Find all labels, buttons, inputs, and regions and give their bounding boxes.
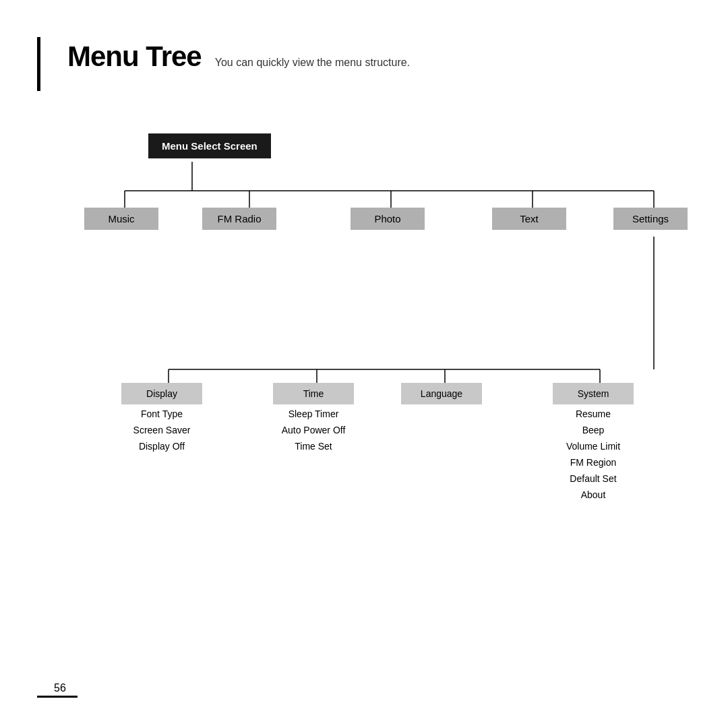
- page: Menu Tree You can quickly view the menu …: [0, 0, 728, 728]
- display-subitems: Font Type Screen Saver Display Off: [128, 406, 196, 454]
- level1-fmradio: FM Radio: [202, 208, 276, 230]
- root-label: Menu Select Screen: [148, 133, 271, 158]
- page-number-line: [37, 696, 78, 698]
- connector-lines: [67, 113, 701, 626]
- level2-language: Language: [401, 383, 482, 404]
- level2-display: Display Font Type Screen Saver Display O…: [121, 383, 202, 454]
- level2-time: Time Sleep Timer Auto Power Off Time Set: [273, 383, 354, 454]
- page-header: Menu Tree You can quickly view the menu …: [67, 40, 674, 73]
- page-subtitle: You can quickly view the menu structure.: [215, 57, 410, 69]
- level1-text: Text: [492, 208, 566, 230]
- page-title: Menu Tree: [67, 40, 202, 73]
- time-subitems: Sleep Timer Auto Power Off Time Set: [276, 406, 351, 454]
- level1-settings: Settings: [613, 208, 688, 230]
- level2-system: System Resume Beep Volume Limit FM Regio…: [553, 383, 634, 503]
- level1-photo: Photo: [351, 208, 425, 230]
- page-number: 56: [54, 682, 66, 694]
- root-node: Menu Select Screen: [148, 133, 271, 158]
- system-subitems: Resume Beep Volume Limit FM Region Defau…: [561, 406, 626, 503]
- level1-music: Music: [84, 208, 158, 230]
